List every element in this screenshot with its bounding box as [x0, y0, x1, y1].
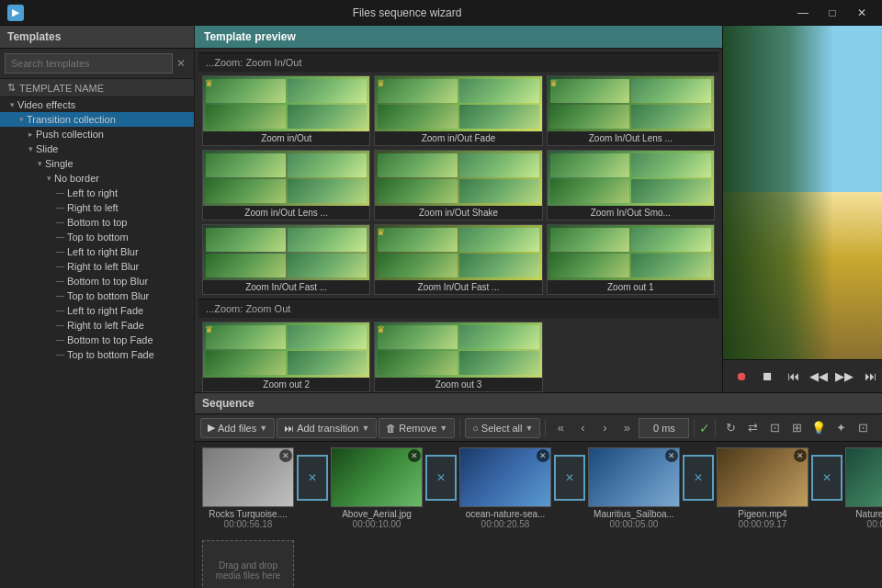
tree-item-left-to-right-blur[interactable]: — Left to right Blur: [0, 244, 194, 259]
bulb-button[interactable]: 💡: [808, 418, 829, 438]
tree-item-no-border[interactable]: ▾ No border: [0, 171, 194, 186]
search-input[interactable]: [5, 53, 173, 74]
select-all-button[interactable]: ○ Select all ▼: [465, 418, 540, 438]
tree-item-right-to-left-blur[interactable]: — Right to left Blur: [0, 259, 194, 274]
template-thumb-zoom-out1[interactable]: Zoom out 1: [547, 224, 715, 295]
loop-seq-button[interactable]: ↻: [720, 418, 741, 438]
search-clear-icon[interactable]: ✕: [173, 57, 189, 70]
tree-arrow: ▾: [28, 144, 33, 153]
seq-transition-0[interactable]: ✕: [294, 447, 331, 507]
thumb-cell-3: [206, 351, 286, 375]
template-thumb-zoom-inout-shake[interactable]: Zoom in/Out Shake: [374, 150, 542, 220]
rewind-button[interactable]: ◀◀: [808, 366, 830, 388]
stop-button[interactable]: ⏹: [756, 366, 778, 388]
confirm-icon[interactable]: ✓: [699, 421, 710, 435]
tree-item-right-to-left-fade[interactable]: — Right to left Fade: [0, 318, 194, 333]
maximize-button[interactable]: □: [820, 4, 845, 22]
media-thumb-rocks: ✕: [202, 447, 294, 507]
media-time-ocean-nature: 00:00:20.58: [481, 519, 530, 529]
tree-item-top-to-bottom[interactable]: — Top to bottom: [0, 230, 194, 244]
thumb-cell-3: [206, 179, 286, 203]
tree-item-right-to-left[interactable]: — Right to left: [0, 200, 194, 215]
dropdown-arrow3: ▼: [439, 424, 447, 433]
tree-arrow: —: [56, 335, 64, 345]
tree-item-bottom-to-top-blur[interactable]: — Bottom to top Blur: [0, 274, 194, 288]
template-thumb-zoom-out2[interactable]: ♛ Zoom out 2: [202, 322, 370, 392]
remove-media-btn[interactable]: ✕: [408, 449, 421, 462]
seq-transition-1[interactable]: ✕: [423, 447, 459, 507]
fit-button[interactable]: ⊞: [786, 418, 807, 438]
seq-item-nature-aerial[interactable]: ✕ Nature_Aerial.jpg 00:00:05.00: [845, 447, 882, 529]
thumb-cell-3: [378, 351, 458, 375]
remove-button[interactable]: 🗑 Remove ▼: [379, 418, 455, 438]
sort-icon[interactable]: ⇅: [7, 82, 16, 94]
record-button[interactable]: ⏺: [730, 366, 752, 388]
sequence-row: ✕ Rocks Turquoise.... 00:00:56.18 ✕ ✕ Ab…: [195, 442, 882, 535]
time-input[interactable]: [639, 418, 689, 438]
preview-sailboat: ⛵: [877, 232, 882, 276]
add-transition-button[interactable]: ⏭ Add transition ▼: [277, 418, 377, 438]
template-thumb-zoom-out3[interactable]: ♛ Zoom out 3: [374, 322, 542, 392]
seq-item-rocks[interactable]: ✕ Rocks Turquoise.... 00:00:56.18: [202, 447, 294, 529]
tree-item-slide[interactable]: ▾ Slide: [0, 141, 194, 156]
prev-frame-button[interactable]: ⏮: [782, 366, 804, 388]
tree-item-push-collection[interactable]: ▸ Push collection: [0, 127, 194, 141]
template-thumb-zoom-inout-smo[interactable]: Zoom In/Out Smo...: [547, 150, 715, 220]
remove-media-btn[interactable]: ✕: [794, 449, 807, 462]
tree-scroll-wrapper: ▾ Video effects ▾ Transition collection …: [0, 97, 194, 588]
tree-item-transition-collection[interactable]: ▾ Transition collection: [0, 112, 194, 127]
thumb-cell-1: [378, 153, 458, 177]
top-content: Template preview ...Zoom: Zoom In/Out ♛ …: [195, 26, 882, 393]
jump-start-button[interactable]: «: [550, 418, 571, 438]
template-thumb-zoom-fast2[interactable]: ♛ Zoom In/Out Fast ...: [374, 224, 542, 295]
tree-item-bottom-to-top-fade[interactable]: — Bottom to top Fade: [0, 333, 194, 347]
remove-media-btn[interactable]: ✕: [665, 449, 678, 462]
tree-item-top-to-bottom-blur[interactable]: — Top to bottom Blur: [0, 288, 194, 303]
seq-item-ocean-nature[interactable]: ✕ ocean-nature-sea... 00:00:20.58: [459, 447, 551, 529]
transition-box[interactable]: ✕: [425, 455, 457, 501]
remove-media-btn[interactable]: ✕: [537, 449, 549, 462]
drop-zone[interactable]: Drag and drop media files here: [202, 540, 294, 588]
transition-box[interactable]: ✕: [683, 455, 714, 501]
thumb-cell-4: [459, 179, 539, 203]
jump-end-button[interactable]: »: [616, 418, 637, 438]
seq-item-mauritius[interactable]: ✕ Mauritius_Sailboa... 00:00:05.00: [588, 447, 680, 529]
thumb-cell-1: [206, 228, 286, 252]
tree-arrow: ▾: [19, 115, 24, 124]
shuffle-button[interactable]: ⇄: [742, 418, 763, 438]
seq-item-pigeon[interactable]: ✕ Pigeon.mp4 00:00:09.17: [717, 447, 808, 529]
template-thumb-zoom-inout-lens[interactable]: ♛ Zoom In/Out Lens ...: [547, 75, 715, 146]
prev-button[interactable]: ‹: [572, 418, 593, 438]
effects-button[interactable]: ✦: [831, 418, 851, 438]
close-button[interactable]: ✕: [849, 4, 875, 22]
template-thumb-zoom-inout-lens2[interactable]: Zoom in/Out Lens ...: [202, 150, 370, 220]
seq-transition-3[interactable]: ✕: [680, 447, 717, 507]
template-thumb-zoom-inout[interactable]: ♛ Zoom in/Out: [202, 75, 370, 146]
transition-box[interactable]: ✕: [811, 455, 842, 501]
transition-box[interactable]: ✕: [554, 455, 585, 501]
template-thumb-zoom-fast1[interactable]: Zoom In/Out Fast ...: [202, 224, 370, 295]
tree-item-left-to-right-fade[interactable]: — Left to right Fade: [0, 303, 194, 318]
seq-item-above-aerial[interactable]: ✕ Above_Aerial.jpg 00:00:10.00: [331, 447, 423, 529]
seq-transition-4[interactable]: ✕: [808, 447, 845, 507]
template-grid-scroll[interactable]: ...Zoom: Zoom In/Out ♛ Zoom in/Out ♛ Zoo…: [195, 49, 722, 392]
next-button[interactable]: ›: [594, 418, 615, 438]
seq-transition-2[interactable]: ✕: [551, 447, 588, 507]
tree-item-top-to-bottom-fade[interactable]: — Top to bottom Fade: [0, 347, 194, 362]
template-thumb-zoom-inout-fade[interactable]: ♛ Zoom in/Out Fade: [374, 75, 542, 146]
sequence-scroll[interactable]: ✕ Rocks Turquoise.... 00:00:56.18 ✕ ✕ Ab…: [195, 442, 882, 588]
tree-item-left-to-right[interactable]: — Left to right: [0, 186, 194, 200]
thumb-cell-1: [550, 153, 630, 177]
export-button[interactable]: ⊡: [853, 418, 873, 438]
tree-item-bottom-to-top[interactable]: — Bottom to top: [0, 215, 194, 230]
skip-forward-button[interactable]: ⏭: [859, 366, 881, 388]
bottom-spacer-3: [514, 540, 606, 577]
crop-button[interactable]: ⊡: [764, 418, 785, 438]
minimize-button[interactable]: —: [790, 4, 816, 22]
remove-media-btn[interactable]: ✕: [279, 449, 292, 462]
transition-box[interactable]: ✕: [297, 455, 328, 501]
tree-item-single[interactable]: ▾ Single: [0, 156, 194, 171]
add-files-button[interactable]: ▶ Add files ▼: [200, 418, 275, 438]
tree-item-video-effects[interactable]: ▾ Video effects: [0, 97, 194, 112]
frame-forward-button[interactable]: ▶▶: [833, 366, 855, 388]
